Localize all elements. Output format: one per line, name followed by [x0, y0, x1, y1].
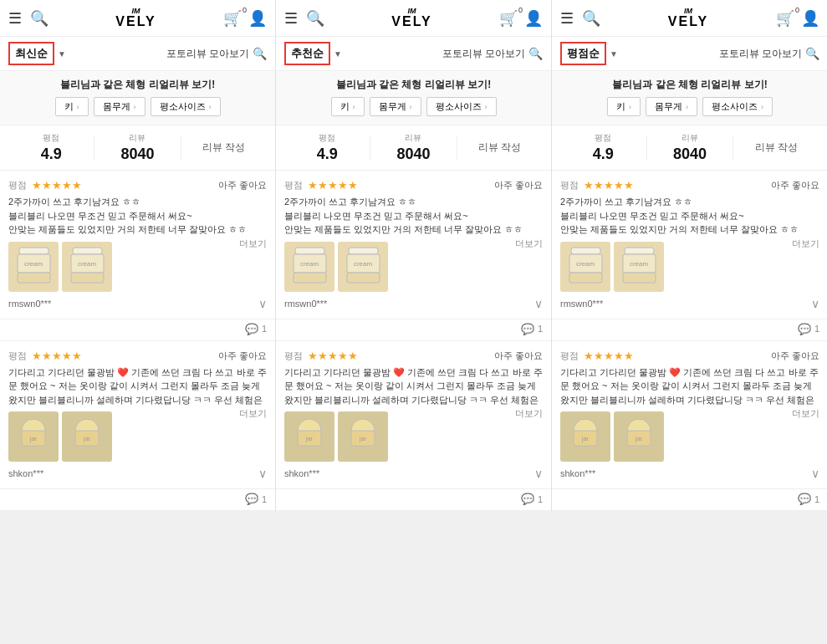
filter-arrow-2: › [761, 103, 763, 111]
photo-review-btn[interactable]: 포토리뷰 모아보기 [166, 47, 249, 61]
review-value: 8040 [370, 146, 456, 163]
stars-0: ★★★★★ [308, 179, 358, 192]
review-image-0[interactable]: cream [8, 242, 59, 292]
expand-btn-1[interactable]: ∨ [811, 467, 819, 480]
rating-label-0: 평점 [8, 179, 27, 192]
filter-btn-2[interactable]: 평소사이즈 › [151, 97, 221, 116]
review-image-0[interactable]: jar [8, 411, 59, 462]
review-label: 리뷰 [370, 132, 456, 144]
filter-btn-1[interactable]: 몸무게 › [94, 97, 145, 116]
review-image-1[interactable]: cream [614, 242, 664, 292]
write-review-btn[interactable]: 리뷰 작성 [181, 141, 267, 155]
review-image-1[interactable]: cream [62, 242, 112, 292]
sort-selected[interactable]: 추천순 [284, 42, 330, 65]
write-review-btn[interactable]: 리뷰 작성 [733, 141, 819, 155]
cart-icon[interactable]: 🛒0 [223, 9, 242, 28]
user-icon[interactable]: 👤 [248, 9, 267, 28]
more-btn-0[interactable]: 더보기 [792, 237, 819, 251]
more-btn-0[interactable]: 더보기 [239, 237, 267, 251]
review-card-inner-1: 평점 ★★★★★ 아주 좋아요 기다리고 기다리던 물광밤 ❤️ 기존에 쓰던 … [276, 341, 551, 490]
comment-count-1: 1 [538, 494, 543, 504]
sort-search-icon[interactable]: 🔍 [528, 47, 543, 60]
menu-icon[interactable]: ☰ [560, 9, 574, 28]
comment-count-0: 1 [814, 324, 819, 334]
review-image-1[interactable]: cream [338, 242, 388, 292]
more-btn-0[interactable]: 더보기 [515, 237, 543, 251]
cart-icon[interactable]: 🛒0 [776, 9, 794, 28]
photo-review-btn[interactable]: 포토리뷰 모아보기 [719, 47, 802, 61]
review-image-0[interactable]: cream [560, 242, 610, 292]
filter-btn-1[interactable]: 몸무게 › [646, 97, 697, 116]
review-image-0[interactable]: jar [560, 411, 610, 462]
menu-icon[interactable]: ☰ [8, 9, 22, 28]
review-footer-1: shkon*** ∨ [8, 467, 267, 480]
filter-btn-1[interactable]: 몸무게 › [370, 97, 421, 116]
review-body-0: 2주가까이 쓰고 후기남겨요 ㅎㅎ블리블리 나오면 무조건 믿고 주문해서 써요… [8, 195, 267, 237]
header-left: ☰ 🔍 [8, 9, 48, 28]
sort-search-icon[interactable]: 🔍 [805, 47, 819, 60]
reviewer-1: shkon*** [560, 468, 595, 478]
cart-badge: 0 [795, 6, 799, 14]
expand-btn-0[interactable]: ∨ [534, 297, 543, 310]
filter-btn-0[interactable]: 키 › [607, 97, 641, 116]
svg-text:cream: cream [299, 260, 319, 268]
sort-arrow[interactable]: ▼ [334, 49, 342, 59]
svg-rect-34 [623, 273, 656, 283]
more-btn-1[interactable]: 더보기 [515, 406, 543, 421]
cart-icon[interactable]: 🛒0 [499, 9, 518, 28]
review-image-1[interactable]: jar [62, 411, 112, 462]
expand-btn-1[interactable]: ∨ [258, 467, 267, 480]
filter-btn-2[interactable]: 평소사이즈 › [426, 97, 497, 116]
search-icon[interactable]: 🔍 [30, 9, 48, 28]
review-header-1: 평점 ★★★★★ 아주 좋아요 [560, 350, 819, 362]
filter-buttons: 키 › 몸무게 › 평소사이즈 › [284, 97, 543, 116]
filter-arrow-2: › [209, 103, 212, 111]
review-image-1[interactable]: jar [614, 411, 664, 462]
review-image-0[interactable]: cream [284, 242, 334, 292]
comment-icon-0: 💬 [521, 323, 534, 335]
write-review-btn[interactable]: 리뷰 작성 [457, 141, 543, 155]
filter-btn-0[interactable]: 키 › [331, 97, 365, 116]
filter-btn-2[interactable]: 평소사이즈 › [702, 97, 773, 116]
panel-3: ☰ 🔍 IM VELY 🛒0 👤 평점순 ▼ 포토리뷰 모아보기 🔍 블리님과 … [552, 0, 827, 511]
review-images-0: cream cream [8, 242, 239, 292]
review-image-1[interactable]: jar [338, 411, 388, 462]
header: ☰ 🔍 IM VELY 🛒0 👤 [552, 0, 827, 37]
review-image-0[interactable]: jar [284, 411, 334, 462]
user-icon[interactable]: 👤 [524, 9, 543, 28]
rating-label: 평점 [284, 132, 370, 144]
more-btn-1[interactable]: 더보기 [792, 406, 819, 421]
comment-row-0: 💬 1 [552, 319, 827, 341]
comment-row-1: 💬 1 [276, 489, 551, 511]
review-footer-1: shkon*** ∨ [284, 467, 543, 480]
sort-selected[interactable]: 평점순 [560, 42, 606, 65]
expand-btn-0[interactable]: ∨ [258, 297, 267, 310]
svg-text:jar: jar [635, 436, 642, 442]
sort-arrow[interactable]: ▼ [58, 49, 66, 59]
sort-arrow[interactable]: ▼ [610, 49, 618, 59]
review-header-0: 평점 ★★★★★ 아주 좋아요 [8, 179, 267, 192]
review-body-0: 2주가까이 쓰고 후기남겨요 ㅎㅎ블리블리 나오면 무조건 믿고 주문해서 써요… [284, 195, 543, 237]
sort-search-icon[interactable]: 🔍 [253, 47, 267, 60]
body-filter-title: 블리님과 같은 체형 리얼리뷰 보기! [8, 78, 267, 92]
user-icon[interactable]: 👤 [801, 9, 819, 28]
more-btn-1[interactable]: 더보기 [239, 406, 267, 421]
filter-arrow-0: › [77, 103, 79, 111]
sort-selected[interactable]: 최신순 [8, 42, 54, 65]
expand-btn-0[interactable]: ∨ [811, 297, 819, 310]
body-filter-title: 블리님과 같은 체형 리얼리뷰 보기! [284, 78, 543, 92]
expand-btn-1[interactable]: ∨ [534, 467, 543, 480]
svg-text:jar: jar [581, 436, 589, 442]
review-body-1: 기다리고 기다리던 물광밤 ❤️ 기존에 쓰던 크림 다 쓰고 바로 주문 했어… [284, 365, 543, 407]
cart-badge: 0 [518, 6, 523, 14]
menu-icon[interactable]: ☰ [284, 9, 298, 28]
stars-1: ★★★★★ [308, 350, 358, 362]
sort-bar: 추천순 ▼ 포토리뷰 모아보기 🔍 [276, 37, 551, 71]
body-filter-banner: 블리님과 같은 체형 리얼리뷰 보기! 키 › 몸무게 › 평소사이즈 › [552, 71, 827, 125]
review-card-1: 평점 ★★★★★ 아주 좋아요 기다리고 기다리던 물광밤 ❤️ 기존에 쓰던 … [276, 341, 551, 512]
search-icon[interactable]: 🔍 [306, 9, 324, 28]
photo-review-btn[interactable]: 포토리뷰 모아보기 [442, 47, 525, 61]
search-icon[interactable]: 🔍 [582, 9, 600, 28]
comment-icon-1: 💬 [521, 493, 534, 505]
filter-btn-0[interactable]: 키 › [55, 97, 89, 116]
